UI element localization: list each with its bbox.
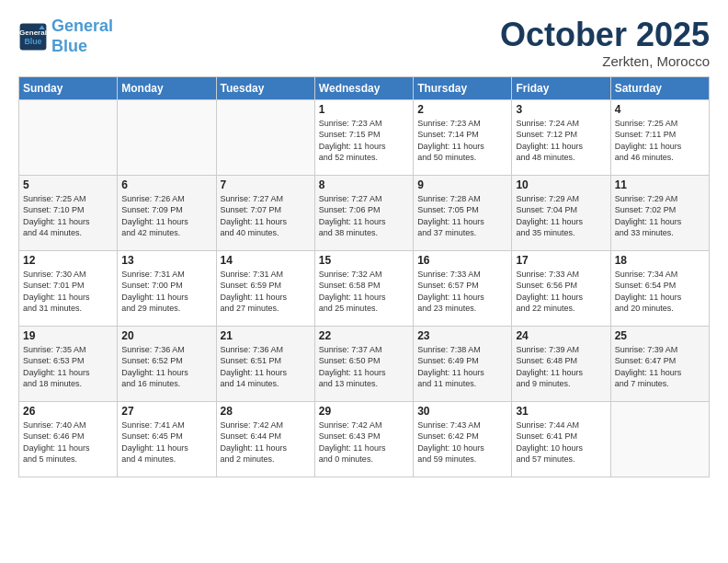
calendar-cell: 3Sunrise: 7:24 AM Sunset: 7:12 PM Daylig…: [512, 99, 610, 175]
calendar-week-row: 12Sunrise: 7:30 AM Sunset: 7:01 PM Dayli…: [19, 250, 710, 326]
day-number: 5: [23, 178, 113, 191]
calendar-cell: 28Sunrise: 7:42 AM Sunset: 6:44 PM Dayli…: [216, 401, 314, 477]
day-info: Sunrise: 7:39 AM Sunset: 6:47 PM Dayligh…: [615, 344, 705, 390]
calendar-cell: 23Sunrise: 7:38 AM Sunset: 6:49 PM Dayli…: [414, 326, 512, 401]
calendar-cell: [19, 99, 118, 175]
calendar-cell: 1Sunrise: 7:23 AM Sunset: 7:15 PM Daylig…: [314, 99, 413, 175]
day-info: Sunrise: 7:26 AM Sunset: 7:09 PM Dayligh…: [121, 193, 211, 239]
day-info: Sunrise: 7:35 AM Sunset: 6:53 PM Dayligh…: [23, 344, 113, 390]
day-info: Sunrise: 7:29 AM Sunset: 7:04 PM Dayligh…: [516, 193, 606, 239]
day-info: Sunrise: 7:42 AM Sunset: 6:43 PM Dayligh…: [319, 419, 409, 465]
logo: General Blue General Blue: [18, 17, 113, 56]
header: General Blue General Blue October 2025 Z…: [18, 17, 710, 69]
day-number: 19: [23, 329, 113, 342]
day-number: 30: [417, 405, 507, 418]
calendar-week-row: 26Sunrise: 7:40 AM Sunset: 6:46 PM Dayli…: [19, 401, 710, 477]
day-number: 21: [221, 329, 311, 342]
day-info: Sunrise: 7:30 AM Sunset: 7:01 PM Dayligh…: [23, 269, 113, 315]
calendar-cell: 29Sunrise: 7:42 AM Sunset: 6:43 PM Dayli…: [314, 401, 413, 477]
calendar-cell: 4Sunrise: 7:25 AM Sunset: 7:11 PM Daylig…: [610, 99, 709, 175]
calendar-cell: 6Sunrise: 7:26 AM Sunset: 7:09 PM Daylig…: [118, 175, 216, 250]
calendar-cell: 27Sunrise: 7:41 AM Sunset: 6:45 PM Dayli…: [118, 401, 216, 477]
calendar-cell: 12Sunrise: 7:30 AM Sunset: 7:01 PM Dayli…: [19, 250, 118, 326]
calendar-cell: [610, 401, 709, 477]
day-info: Sunrise: 7:23 AM Sunset: 7:15 PM Dayligh…: [319, 118, 409, 164]
day-number: 18: [615, 254, 705, 267]
day-info: Sunrise: 7:39 AM Sunset: 6:48 PM Dayligh…: [516, 344, 606, 390]
day-number: 20: [121, 329, 211, 342]
day-info: Sunrise: 7:28 AM Sunset: 7:05 PM Dayligh…: [417, 193, 507, 239]
calendar-table: SundayMondayTuesdayWednesdayThursdayFrid…: [18, 76, 710, 477]
day-info: Sunrise: 7:29 AM Sunset: 7:02 PM Dayligh…: [615, 193, 705, 239]
logo-blue: Blue: [51, 37, 87, 55]
day-number: 24: [516, 329, 606, 342]
calendar-cell: 26Sunrise: 7:40 AM Sunset: 6:46 PM Dayli…: [19, 401, 118, 477]
day-number: 16: [417, 254, 507, 267]
day-number: 9: [417, 178, 507, 191]
day-number: 7: [221, 178, 311, 191]
weekday-header: Sunday: [19, 76, 118, 99]
day-info: Sunrise: 7:36 AM Sunset: 6:52 PM Dayligh…: [121, 344, 211, 390]
day-info: Sunrise: 7:43 AM Sunset: 6:42 PM Dayligh…: [417, 419, 507, 465]
day-info: Sunrise: 7:33 AM Sunset: 6:57 PM Dayligh…: [417, 269, 507, 315]
day-number: 22: [319, 329, 409, 342]
month-title: October 2025 Zerkten, Morocco: [500, 17, 710, 69]
day-number: 13: [121, 254, 211, 267]
day-info: Sunrise: 7:37 AM Sunset: 6:50 PM Dayligh…: [319, 344, 409, 390]
day-info: Sunrise: 7:31 AM Sunset: 6:59 PM Dayligh…: [221, 269, 311, 315]
day-number: 6: [121, 178, 211, 191]
day-info: Sunrise: 7:34 AM Sunset: 6:54 PM Dayligh…: [615, 269, 705, 315]
calendar-cell: 10Sunrise: 7:29 AM Sunset: 7:04 PM Dayli…: [512, 175, 610, 250]
calendar-cell: 8Sunrise: 7:27 AM Sunset: 7:06 PM Daylig…: [314, 175, 413, 250]
day-info: Sunrise: 7:38 AM Sunset: 6:49 PM Dayligh…: [417, 344, 507, 390]
day-info: Sunrise: 7:32 AM Sunset: 6:58 PM Dayligh…: [319, 269, 409, 315]
weekday-header-row: SundayMondayTuesdayWednesdayThursdayFrid…: [19, 76, 710, 99]
day-number: 1: [319, 103, 409, 116]
day-number: 31: [516, 405, 606, 418]
day-number: 28: [221, 405, 311, 418]
calendar-cell: 7Sunrise: 7:27 AM Sunset: 7:07 PM Daylig…: [216, 175, 314, 250]
day-info: Sunrise: 7:40 AM Sunset: 6:46 PM Dayligh…: [23, 419, 113, 465]
svg-text:Blue: Blue: [24, 37, 41, 46]
calendar-cell: [216, 99, 314, 175]
calendar-cell: 21Sunrise: 7:36 AM Sunset: 6:51 PM Dayli…: [216, 326, 314, 401]
calendar-cell: 2Sunrise: 7:23 AM Sunset: 7:14 PM Daylig…: [414, 99, 512, 175]
day-info: Sunrise: 7:24 AM Sunset: 7:12 PM Dayligh…: [516, 118, 606, 164]
weekday-header: Monday: [118, 76, 216, 99]
calendar-cell: 20Sunrise: 7:36 AM Sunset: 6:52 PM Dayli…: [118, 326, 216, 401]
day-info: Sunrise: 7:31 AM Sunset: 7:00 PM Dayligh…: [121, 269, 211, 315]
logo-text: General Blue: [51, 17, 113, 56]
day-number: 23: [417, 329, 507, 342]
day-number: 12: [23, 254, 113, 267]
day-info: Sunrise: 7:27 AM Sunset: 7:07 PM Dayligh…: [221, 193, 311, 239]
month-heading: October 2025: [500, 17, 710, 53]
logo-icon: General Blue: [18, 22, 48, 52]
day-info: Sunrise: 7:25 AM Sunset: 7:11 PM Dayligh…: [615, 118, 705, 164]
day-info: Sunrise: 7:23 AM Sunset: 7:14 PM Dayligh…: [417, 118, 507, 164]
weekday-header: Thursday: [414, 76, 512, 99]
calendar-week-row: 5Sunrise: 7:25 AM Sunset: 7:10 PM Daylig…: [19, 175, 710, 250]
calendar-cell: 11Sunrise: 7:29 AM Sunset: 7:02 PM Dayli…: [610, 175, 709, 250]
weekday-header: Saturday: [610, 76, 709, 99]
weekday-header: Wednesday: [314, 76, 413, 99]
day-number: 10: [516, 178, 606, 191]
day-number: 27: [121, 405, 211, 418]
day-info: Sunrise: 7:27 AM Sunset: 7:06 PM Dayligh…: [319, 193, 409, 239]
day-number: 26: [23, 405, 113, 418]
calendar-cell: 25Sunrise: 7:39 AM Sunset: 6:47 PM Dayli…: [610, 326, 709, 401]
day-number: 3: [516, 103, 606, 116]
day-info: Sunrise: 7:42 AM Sunset: 6:44 PM Dayligh…: [221, 419, 311, 465]
calendar-cell: 14Sunrise: 7:31 AM Sunset: 6:59 PM Dayli…: [216, 250, 314, 326]
day-number: 29: [319, 405, 409, 418]
calendar-cell: 24Sunrise: 7:39 AM Sunset: 6:48 PM Dayli…: [512, 326, 610, 401]
calendar-cell: 17Sunrise: 7:33 AM Sunset: 6:56 PM Dayli…: [512, 250, 610, 326]
calendar-week-row: 1Sunrise: 7:23 AM Sunset: 7:15 PM Daylig…: [19, 99, 710, 175]
day-info: Sunrise: 7:44 AM Sunset: 6:41 PM Dayligh…: [516, 419, 606, 465]
day-info: Sunrise: 7:33 AM Sunset: 6:56 PM Dayligh…: [516, 269, 606, 315]
calendar-cell: 30Sunrise: 7:43 AM Sunset: 6:42 PM Dayli…: [414, 401, 512, 477]
calendar-cell: 9Sunrise: 7:28 AM Sunset: 7:05 PM Daylig…: [414, 175, 512, 250]
calendar-cell: 22Sunrise: 7:37 AM Sunset: 6:50 PM Dayli…: [314, 326, 413, 401]
calendar-cell: 15Sunrise: 7:32 AM Sunset: 6:58 PM Dayli…: [314, 250, 413, 326]
calendar-cell: 31Sunrise: 7:44 AM Sunset: 6:41 PM Dayli…: [512, 401, 610, 477]
page-container: General Blue General Blue October 2025 Z…: [0, 0, 728, 487]
